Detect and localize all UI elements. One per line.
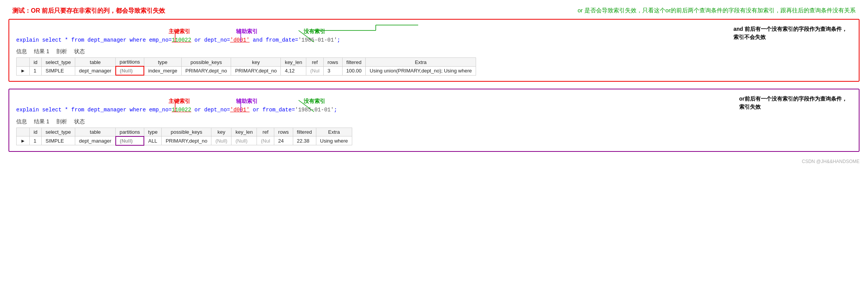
panel1-noidx-label: 没有索引 — [304, 28, 325, 35]
panel2-noidx-label: 没有索引 — [304, 98, 325, 105]
panel1-tabs: 信息 结果 1 剖析 状态 — [16, 48, 852, 55]
panel1-pk-label: 主键索引 — [169, 28, 190, 35]
panel2-or-note: or前后有一个没有索引的字段作为查询条件， 索引失效 — [739, 95, 847, 111]
panel2-sk-label: 辅助索引 — [236, 98, 258, 105]
panel2-index-labels: 主键索引 辅助索引 没有索引 — [16, 93, 852, 105]
table-row: ►1SIMPLEdept_manager(Null)index_mergePRI… — [17, 66, 476, 75]
footer: CSDN @JH&&HANDSOME — [8, 159, 860, 164]
panel2-sql: explain select * from dept_manager where… — [16, 106, 852, 114]
panel1-table-header: idselect_typetablepartitionstypepossible… — [17, 58, 476, 67]
tab-result-1[interactable]: 结果 1 — [34, 48, 49, 55]
panel2-table-header: idselect_typetablepartitionstypepossible… — [17, 128, 352, 136]
panel1-result-table: idselect_typetablepartitionstypepossible… — [16, 57, 476, 76]
tab-status-1[interactable]: 状态 — [74, 48, 85, 55]
panel2-tabs: 信息 结果 1 剖析 状态 — [16, 118, 852, 125]
panel1-sql: explain select * from dept_manager where… — [16, 36, 852, 44]
annotation-right: or 是否会导致索引失效，只看这个or的前后两个查询条件的字段有没有加索引，跟再… — [578, 7, 856, 15]
annotation-left: 测试：OR 前后只要存在非索引的列，都会导致索引失效 — [12, 7, 165, 15]
panel2-result-table: idselect_typetablepartitionstypepossible… — [16, 128, 352, 146]
panel1-sk-label: 辅助索引 — [236, 28, 258, 35]
panel1: 主键索引 辅助索引 没有索引 and 前后有一个没有索引的字段作为查询条件， 索… — [8, 19, 860, 82]
tab-status-2[interactable]: 状态 — [74, 118, 85, 125]
panel2-pk-label: 主键索引 — [169, 98, 190, 105]
tab-profile-2[interactable]: 剖析 — [56, 118, 67, 125]
tab-profile-1[interactable]: 剖析 — [56, 48, 67, 55]
table-row: ►1SIMPLEdept_manager(Null)ALLPRIMARY,dep… — [17, 136, 352, 145]
tab-info-2[interactable]: 信息 — [16, 118, 27, 125]
panel1-index-labels: 主键索引 辅助索引 没有索引 — [16, 24, 852, 35]
tab-info-1[interactable]: 信息 — [16, 48, 27, 55]
panel1-and-note: and 前后有一个没有索引的字段作为查询条件， 索引不会失效 — [733, 25, 847, 41]
top-annotations: 测试：OR 前后只要存在非索引的列，都会导致索引失效 or 是否会导致索引失效，… — [8, 7, 860, 15]
panel2: 主键索引 辅助索引 没有索引 or前后有一个没有索引的字段作为查询条件， 索引失… — [8, 89, 860, 151]
tab-result-2[interactable]: 结果 1 — [34, 118, 49, 125]
